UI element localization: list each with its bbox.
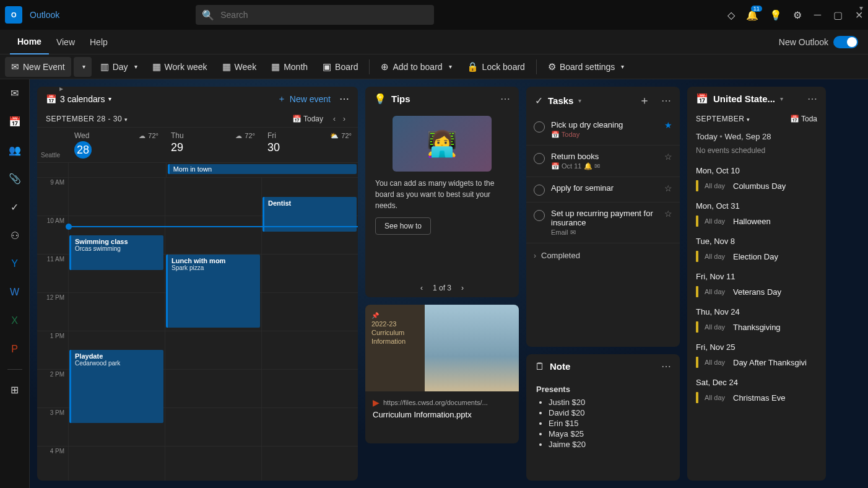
holiday-event[interactable]: All dayDay After Thanksgivi <box>687 354 826 373</box>
month-button[interactable]: ▦Month <box>265 57 314 77</box>
new-event-dropdown[interactable]: ▾ <box>74 57 92 77</box>
rail-powerpoint-icon[interactable]: P <box>6 341 24 358</box>
calendar-event[interactable]: PlaydateCedarwood park <box>69 350 163 423</box>
note-item: Jaime $20 <box>549 440 670 449</box>
day-column-wed[interactable]: Wed☁72° 28 <box>68 128 165 162</box>
holiday-event[interactable]: All dayColumbus Day <box>687 178 826 196</box>
file-widget[interactable]: 📌 2022-23 Curriculum Information ▶https:… <box>365 305 519 443</box>
now-indicator <box>68 226 358 227</box>
task-star-icon[interactable]: ★ <box>664 120 672 130</box>
holiday-event[interactable]: All dayVeterans Day <box>687 284 826 302</box>
note-heading[interactable]: Presents <box>536 385 670 394</box>
rail-people-icon[interactable]: 👥 <box>6 141 24 159</box>
tips-next-icon[interactable]: › <box>461 284 464 292</box>
tips-illustration <box>393 116 492 172</box>
rail-calendar-icon[interactable]: 📅 <box>6 113 24 130</box>
rail-todo-icon[interactable]: ✓ <box>6 198 24 216</box>
calendar-title[interactable]: 📅3 calendars▾ <box>46 94 111 104</box>
file-thumbnail-image <box>425 305 519 391</box>
rail-more-apps-icon[interactable]: ⊞ <box>6 381 24 398</box>
task-checkbox[interactable] <box>534 185 545 196</box>
search-box[interactable]: 🔍 <box>196 5 434 25</box>
new-event-button[interactable]: ✉New Event <box>5 57 71 77</box>
chevron-down-icon: ▾ <box>108 95 111 102</box>
notifications-icon[interactable]: 🔔11 <box>746 9 758 21</box>
calendar-event[interactable]: Lunch with momSpark pizza <box>166 255 260 328</box>
holiday-event[interactable]: All dayHalloween <box>687 213 826 232</box>
chevron-down-icon[interactable]: ▾ <box>578 97 581 104</box>
timezone-label: Seattle <box>37 128 68 162</box>
weather-partly-icon: ⛅ <box>330 132 339 140</box>
day-column-thu[interactable]: Thu☁72° 29 <box>165 128 261 162</box>
task-star-icon[interactable]: ☆ <box>664 183 672 193</box>
tips-more-icon[interactable]: ⋯ <box>500 93 510 105</box>
task-star-icon[interactable]: ☆ <box>664 209 672 219</box>
day-view-button[interactable]: ▥Day▾ <box>94 57 144 77</box>
task-item[interactable]: Set up recurring payment for insurance E… <box>526 203 680 243</box>
holidays-today-button[interactable]: 📅 Toda <box>790 115 817 123</box>
add-to-board-button[interactable]: ⊕Add to board▾ <box>375 57 458 77</box>
ribbon-expand-icon[interactable]: ▾ <box>859 4 863 12</box>
holidays-more-icon[interactable]: ⋯ <box>807 93 817 105</box>
lock-board-button[interactable]: 🔒Lock board <box>461 57 531 77</box>
work-week-button[interactable]: ▦Work week <box>146 57 214 77</box>
calendar-prev-icon[interactable]: ‹ <box>329 115 339 123</box>
hour-label: 11 AM <box>37 255 68 292</box>
calendar-icon: 📅 <box>46 94 56 104</box>
minimize-button[interactable]: ─ <box>814 9 821 21</box>
holiday-event[interactable]: All dayElection Day <box>687 248 826 267</box>
calendar-today-button[interactable]: 📅 Today <box>292 115 323 123</box>
task-item[interactable]: Return books 📅 Oct 11 🔔 ✉ ☆ <box>526 146 680 177</box>
lightbulb-icon[interactable]: 💡 <box>770 9 782 21</box>
insights-icon[interactable]: ◇ <box>727 9 735 21</box>
calendar-event[interactable]: Swimming classOrcas swimming <box>69 235 163 270</box>
tab-view[interactable]: View <box>49 30 82 54</box>
tasks-add-icon[interactable]: ＋ <box>639 93 650 108</box>
holiday-event[interactable]: All dayChristmas Eve <box>687 390 826 408</box>
note-more-icon[interactable]: ⋯ <box>661 360 671 372</box>
calendar-next-icon[interactable]: › <box>339 115 349 123</box>
tab-home[interactable]: Home <box>10 30 49 54</box>
calendar-more-icon[interactable]: ⋯ <box>339 93 349 105</box>
chevron-down-icon[interactable]: ▾ <box>780 95 783 102</box>
left-rail: ✉ 📅 👥 📎 ✓ ⚇ Y W X P ⊞ <box>0 79 30 488</box>
holiday-event[interactable]: All dayThanksgiving <box>687 319 826 338</box>
rail-mail-icon[interactable]: ✉ <box>6 84 24 102</box>
task-checkbox[interactable] <box>534 210 545 221</box>
tasks-more-icon[interactable]: ⋯ <box>661 95 671 107</box>
holidays-month[interactable]: September ▾ <box>696 115 750 123</box>
side-panel-toggle-icon[interactable]: ▸ <box>59 84 63 93</box>
settings-icon[interactable]: ⚙ <box>793 9 802 21</box>
new-outlook-toggle[interactable] <box>833 36 858 48</box>
hour-label: 12 PM <box>37 293 68 331</box>
rail-word-icon[interactable]: W <box>6 284 24 301</box>
calendar-new-event-button[interactable]: ＋New event <box>277 94 331 105</box>
task-item[interactable]: Apply for seminar ☆ <box>526 177 680 203</box>
rail-yammer-icon[interactable]: Y <box>6 255 24 272</box>
task-checkbox[interactable] <box>534 153 545 164</box>
week-button[interactable]: ▦Week <box>216 57 263 77</box>
board-settings-button[interactable]: ⚙Board settings▾ <box>542 57 631 77</box>
task-item[interactable]: Pick up dry cleaning 📅 Today ★ <box>526 114 680 146</box>
board-button[interactable]: ▣Board <box>316 57 364 77</box>
task-star-icon[interactable]: ☆ <box>664 152 672 162</box>
tips-see-how-button[interactable]: See how to <box>375 217 431 235</box>
search-input[interactable] <box>220 10 428 20</box>
rail-excel-icon[interactable]: X <box>6 312 24 329</box>
tab-help[interactable]: Help <box>82 30 115 54</box>
lock-icon: 🔒 <box>467 61 479 72</box>
tips-widget: 💡 Tips ⋯ You can add as many widgets to … <box>365 87 519 297</box>
task-checkbox[interactable] <box>534 121 545 133</box>
day-column-fri[interactable]: Fri⛅72° 30 <box>261 128 358 162</box>
calendar-range[interactable]: September 28 - 30 ▾ <box>46 115 128 123</box>
maximize-button[interactable]: ▢ <box>833 9 843 21</box>
hour-label: 4 PM <box>37 447 68 481</box>
tasks-completed-toggle[interactable]: ›Completed <box>526 243 680 268</box>
rail-org-icon[interactable]: ⚇ <box>6 227 24 244</box>
tips-prev-icon[interactable]: ‹ <box>420 284 423 292</box>
powerpoint-icon: ▶ <box>373 398 380 407</box>
file-url: https://files.cwsd.org/documents/... <box>383 399 488 406</box>
allday-event[interactable]: Mom in town <box>168 164 357 174</box>
rail-files-icon[interactable]: 📎 <box>6 170 24 187</box>
note-list[interactable]: Justin $20David $20Erin $15Maya $25Jaime… <box>536 398 670 449</box>
